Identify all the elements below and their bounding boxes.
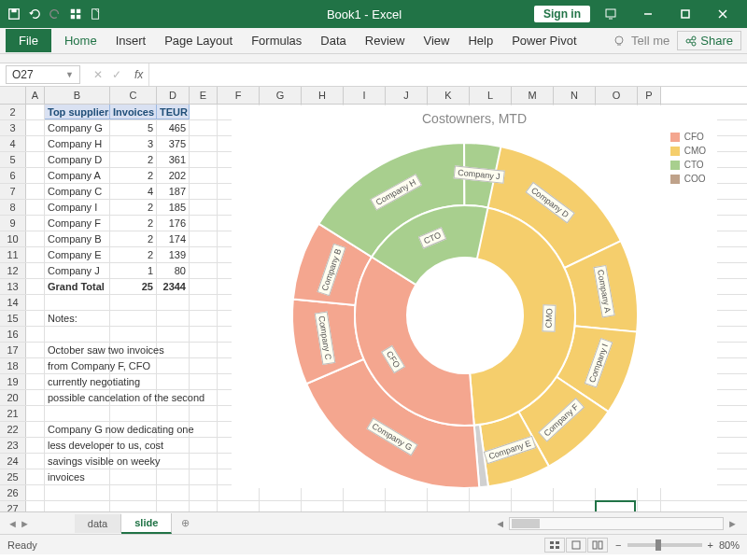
cell[interactable] xyxy=(110,406,157,421)
cell[interactable]: 25 xyxy=(110,279,157,294)
cell[interactable] xyxy=(190,200,218,215)
cell[interactable]: Company G xyxy=(45,120,110,135)
sheet-tab-slide[interactable]: slide xyxy=(121,513,172,534)
worksheet-grid[interactable]: ABCDEFGHIJKLMNOP 2Top suppliers⧩▾Invoice… xyxy=(0,87,747,511)
cell[interactable]: 174 xyxy=(157,231,190,246)
grid-icon[interactable] xyxy=(69,7,82,21)
cell[interactable] xyxy=(26,231,45,246)
cell[interactable]: Company H xyxy=(45,136,110,151)
col-header[interactable]: I xyxy=(344,87,386,104)
row-header[interactable]: 17 xyxy=(0,343,26,357)
cell[interactable] xyxy=(157,374,190,389)
row-header[interactable]: 9 xyxy=(0,216,26,231)
col-header[interactable]: P xyxy=(638,87,661,104)
cell[interactable]: 185 xyxy=(157,200,190,215)
row-header[interactable]: 18 xyxy=(0,358,26,373)
cell[interactable] xyxy=(302,501,344,511)
cell[interactable] xyxy=(157,501,190,511)
tab-review[interactable]: Review xyxy=(356,30,415,51)
col-header[interactable]: J xyxy=(386,87,428,104)
row-header[interactable]: 10 xyxy=(0,231,26,246)
cell[interactable]: 465 xyxy=(157,120,190,135)
cell[interactable] xyxy=(190,168,218,183)
cell[interactable] xyxy=(26,279,45,294)
tab-formulas[interactable]: Formulas xyxy=(242,30,311,51)
cell[interactable]: possible cancelation of the second xyxy=(45,390,110,405)
cancel-formula-icon[interactable]: ✕ xyxy=(93,68,103,81)
cell[interactable]: 4 xyxy=(110,184,157,199)
tab-power-pivot[interactable]: Power Pivot xyxy=(502,30,585,51)
row-header[interactable]: 19 xyxy=(0,374,26,389)
col-header[interactable]: H xyxy=(302,87,344,104)
cell[interactable] xyxy=(157,295,190,310)
cell[interactable] xyxy=(45,406,110,421)
col-header[interactable]: M xyxy=(512,87,554,104)
file-tab[interactable]: File xyxy=(6,29,51,52)
cell[interactable] xyxy=(190,231,218,246)
cell[interactable] xyxy=(344,501,386,511)
page-layout-view-icon[interactable] xyxy=(566,538,586,553)
chart-object[interactable]: Costowners, MTD CFOCMOCTOCOO Company DCo… xyxy=(232,105,717,488)
cell[interactable]: 2 xyxy=(110,231,157,246)
cell[interactable]: 176 xyxy=(157,216,190,231)
cell[interactable] xyxy=(190,105,218,119)
row-header[interactable]: 2 xyxy=(0,105,26,119)
cell[interactable] xyxy=(470,501,512,511)
cell[interactable] xyxy=(386,501,428,511)
row-header[interactable]: 12 xyxy=(0,263,26,278)
col-header[interactable]: L xyxy=(470,87,512,104)
row-header[interactable]: 14 xyxy=(0,295,26,310)
cell[interactable] xyxy=(26,311,45,326)
cell[interactable]: Top suppliers⧩▾ xyxy=(45,105,110,119)
cell[interactable] xyxy=(26,374,45,389)
cell[interactable] xyxy=(110,501,157,511)
cell[interactable] xyxy=(190,311,218,326)
row-header[interactable]: 21 xyxy=(0,406,26,421)
cell[interactable] xyxy=(190,136,218,151)
enter-formula-icon[interactable]: ✓ xyxy=(112,68,121,81)
redo-icon[interactable] xyxy=(49,7,62,21)
cell[interactable] xyxy=(638,501,661,511)
row-header[interactable]: 5 xyxy=(0,152,26,167)
cell[interactable] xyxy=(190,279,218,294)
cell[interactable] xyxy=(26,105,45,119)
row-header[interactable]: 8 xyxy=(0,200,26,215)
cell[interactable]: Invoices xyxy=(110,105,157,119)
select-all-button[interactable] xyxy=(0,87,26,104)
cell[interactable] xyxy=(428,501,470,511)
cell[interactable] xyxy=(157,485,190,500)
close-icon[interactable] xyxy=(706,0,740,28)
cell[interactable] xyxy=(26,469,45,484)
formula-input[interactable] xyxy=(148,63,747,86)
cell[interactable]: 5 xyxy=(110,120,157,135)
cell[interactable] xyxy=(596,501,638,511)
cell[interactable] xyxy=(45,295,110,310)
cell[interactable]: 2 xyxy=(110,152,157,167)
add-sheet-button[interactable]: ⊕ xyxy=(172,513,199,533)
cell[interactable] xyxy=(218,501,260,511)
cell[interactable] xyxy=(157,454,190,469)
cell[interactable] xyxy=(110,327,157,342)
cell[interactable]: Company F xyxy=(45,216,110,231)
cell[interactable] xyxy=(26,216,45,231)
cell[interactable] xyxy=(26,406,45,421)
cell[interactable] xyxy=(554,501,596,511)
col-header[interactable]: B xyxy=(45,87,110,104)
tab-page-layout[interactable]: Page Layout xyxy=(155,30,242,51)
sign-in-button[interactable]: Sign in xyxy=(534,6,590,22)
cell[interactable]: 3 xyxy=(110,136,157,151)
cell[interactable] xyxy=(512,501,554,511)
cell[interactable]: 139 xyxy=(157,247,190,262)
cell[interactable] xyxy=(157,406,190,421)
cell[interactable] xyxy=(26,422,45,437)
normal-view-icon[interactable] xyxy=(544,538,565,553)
col-header[interactable]: C xyxy=(110,87,157,104)
cell[interactable] xyxy=(190,438,218,453)
tab-view[interactable]: View xyxy=(414,30,458,51)
zoom-slider[interactable] xyxy=(627,543,702,547)
col-header[interactable]: O xyxy=(596,87,638,104)
cell[interactable] xyxy=(190,501,218,511)
cell[interactable] xyxy=(26,152,45,167)
cell[interactable] xyxy=(260,501,302,511)
cell[interactable]: 361 xyxy=(157,152,190,167)
